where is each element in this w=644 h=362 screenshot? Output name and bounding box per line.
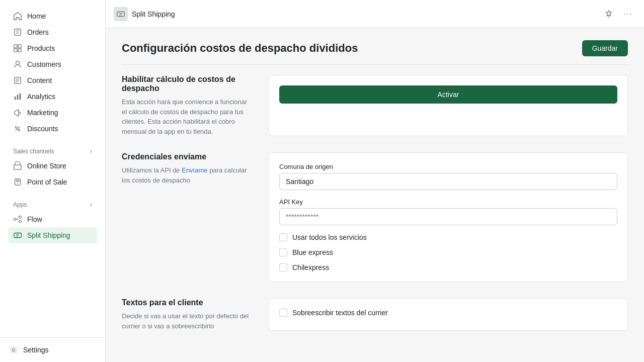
origin-group: Comuna de origen: [279, 163, 617, 190]
checkbox-todos-box[interactable]: [279, 233, 287, 241]
split-shipping-icon: [13, 231, 22, 240]
checkbox-chilexpress-box[interactable]: [279, 263, 287, 272]
sidebar-item-content[interactable]: Content: [8, 72, 97, 88]
sidebar-item-split-shipping[interactable]: Split Shipping: [8, 227, 97, 243]
svg-point-17: [19, 216, 22, 218]
pin-button[interactable]: [601, 7, 616, 21]
sidebar-item-products[interactable]: Products: [8, 40, 97, 56]
main-content: Split Shipping ··· Configuración costos …: [106, 0, 644, 362]
orders-icon: [13, 28, 22, 37]
enviame-link[interactable]: Envíame: [182, 166, 207, 174]
section-credentials-desc: Utilizamos la API de Envíame para calcul…: [122, 165, 253, 185]
svg-rect-8: [17, 95, 19, 100]
origin-input[interactable]: [279, 173, 617, 190]
store-icon: [13, 161, 22, 170]
apikey-label: API Key: [279, 198, 617, 206]
checkbox-blue-express-box[interactable]: [279, 248, 287, 256]
section-credentials-title: Credenciales envíame: [122, 152, 253, 161]
origin-label: Comuna de origen: [279, 163, 617, 170]
section-texts-desc: Decide si vas a usar el texto por defect…: [122, 311, 253, 331]
checkbox-blue-express: Blue express: [279, 248, 617, 256]
section-activate-right: Activar: [269, 75, 628, 136]
svg-rect-7: [15, 97, 16, 100]
sidebar-item-point-of-sale[interactable]: Point of Sale: [8, 174, 97, 190]
svg-point-5: [16, 61, 19, 65]
flow-icon: [13, 215, 22, 224]
page-header: Configuración costos de despacho dividid…: [122, 40, 628, 65]
more-button[interactable]: ···: [620, 7, 636, 21]
section-texts-right: Sobreescribir textos del currier: [269, 298, 628, 331]
customers-icon: [13, 60, 22, 69]
section-activate-left: Habilitar cálculo de costos de despacho …: [122, 75, 253, 136]
section-texts-left: Textos para el cliente Decide si vas a u…: [122, 298, 253, 331]
svg-rect-12: [14, 165, 21, 169]
svg-rect-19: [14, 233, 21, 238]
checkbox-blue-express-label: Blue express: [292, 248, 333, 256]
svg-rect-2: [18, 45, 21, 48]
svg-point-16: [14, 218, 16, 221]
sidebar: Home Orders Products Customers: [0, 0, 106, 362]
section-texts: Textos para el cliente Decide si vas a u…: [122, 298, 628, 331]
content-area: Configuración costos de despacho dividid…: [106, 28, 644, 362]
sidebar-item-marketing[interactable]: Marketing: [8, 105, 97, 121]
page-title: Configuración costos de despacho dividid…: [122, 42, 358, 55]
section-activate: Habilitar cálculo de costos de despacho …: [122, 75, 628, 136]
sidebar-item-flow[interactable]: Flow: [8, 211, 97, 227]
sidebar-item-home[interactable]: Home: [8, 8, 97, 24]
section-credentials: Credenciales envíame Utilizamos la API d…: [122, 152, 628, 282]
apps-header[interactable]: Apps ›: [8, 198, 97, 211]
svg-point-11: [18, 129, 20, 131]
svg-rect-14: [16, 180, 19, 182]
topbar: Split Shipping ···: [106, 0, 644, 28]
apikey-group: API Key: [279, 198, 617, 225]
apikey-input[interactable]: [279, 208, 617, 225]
checkbox-chilexpress: Chilexpress: [279, 263, 617, 272]
save-button[interactable]: Guardar: [582, 40, 628, 56]
checkbox-todos-label: Usar todos los servicios: [292, 233, 367, 241]
svg-rect-21: [117, 12, 124, 16]
topbar-actions: ···: [601, 7, 636, 21]
checkbox-sobreescribir-label: Sobreescribir textos del currier: [292, 309, 388, 317]
checkbox-todos: Usar todos los servicios: [279, 233, 617, 241]
svg-rect-1: [14, 45, 17, 48]
svg-rect-13: [15, 179, 21, 186]
content-icon: [13, 76, 22, 85]
section-credentials-right: Comuna de origen API Key Usar todos los …: [269, 152, 628, 282]
section-activate-title: Habilitar cálculo de costos de despacho: [122, 75, 253, 93]
checkbox-sobreescribir: Sobreescribir textos del currier: [279, 309, 617, 317]
section-texts-title: Textos para el cliente: [122, 298, 253, 307]
settings-icon: [9, 345, 18, 354]
checkbox-sobreescribir-box[interactable]: [279, 309, 287, 317]
section-activate-desc: Esta acción hará que comience a funciona…: [122, 97, 253, 136]
chevron-right-icon: ›: [90, 201, 92, 208]
checkbox-chilexpress-label: Chilexpress: [292, 263, 329, 272]
sidebar-item-customers[interactable]: Customers: [8, 56, 97, 72]
svg-point-15: [17, 183, 18, 184]
topbar-title: Split Shipping: [132, 10, 175, 18]
sidebar-item-discounts[interactable]: Discounts: [8, 121, 97, 137]
products-icon: [13, 44, 22, 53]
pos-icon: [13, 177, 22, 187]
section-credentials-left: Credenciales envíame Utilizamos la API d…: [122, 152, 253, 282]
chevron-right-icon: ›: [90, 148, 92, 155]
discounts-icon: [13, 124, 22, 133]
analytics-icon: [13, 92, 22, 101]
svg-rect-9: [20, 94, 21, 100]
sidebar-item-settings[interactable]: Settings: [4, 342, 101, 358]
activate-button[interactable]: Activar: [279, 85, 617, 104]
svg-rect-3: [14, 49, 17, 52]
sales-channels-header[interactable]: Sales channels ›: [8, 145, 97, 158]
sidebar-item-online-store[interactable]: Online Store: [8, 158, 97, 174]
sidebar-item-orders[interactable]: Orders: [8, 24, 97, 40]
svg-rect-4: [18, 49, 21, 52]
svg-point-10: [16, 127, 18, 129]
home-icon: [13, 12, 22, 21]
svg-point-18: [19, 220, 22, 223]
app-icon: [114, 7, 128, 21]
sidebar-item-analytics[interactable]: Analytics: [8, 88, 97, 105]
svg-point-20: [12, 348, 15, 351]
marketing-icon: [13, 108, 22, 117]
